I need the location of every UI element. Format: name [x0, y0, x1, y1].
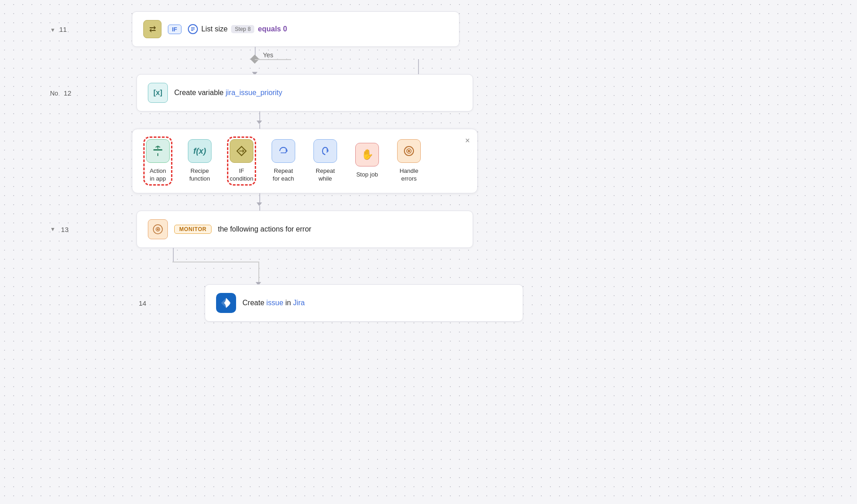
step-11-icon: ⇄: [143, 20, 161, 38]
list-size-icon: [188, 24, 198, 34]
close-toolbar-button[interactable]: ×: [465, 136, 470, 145]
toolbar-repeat-while[interactable]: Repeatwhile: [313, 139, 337, 183]
step-11-details: List size Step 8 equals 0: [188, 24, 287, 34]
recipe-function-icon: f(x): [188, 139, 212, 163]
action-in-app-label: Actionin app: [150, 167, 166, 183]
step-number-11: 11: [59, 25, 67, 33]
branch-h-line: [172, 262, 259, 262]
yes-branch-line: [255, 59, 291, 60]
step-12-card: [x] Create variable jira_issue_priority: [136, 74, 473, 111]
step-14-card: Create issue in Jira: [205, 284, 523, 322]
toolbar-stop-job[interactable]: ✋ Stop job: [355, 143, 379, 179]
step-number-14: 14: [139, 299, 146, 307]
step-number-13: 13: [61, 225, 69, 233]
step-11-condition: equals 0: [258, 25, 287, 33]
if-condition-icon: [230, 139, 253, 163]
svg-rect-4: [153, 149, 162, 151]
step-11-card: ⇄ IF List size Step 8 equals 0: [132, 11, 459, 47]
if-badge: IF: [168, 25, 181, 34]
step-11-list-size: List size: [202, 25, 228, 33]
toolbar-action-in-app[interactable]: Actionin app: [146, 139, 170, 183]
add-step-toolbar: × Actionin app f(x): [132, 129, 478, 193]
repeat-for-each-icon: [272, 139, 295, 163]
step-13-icon: [148, 219, 168, 239]
recipe-function-label: Recipefunction: [189, 167, 210, 183]
repeat-while-icon: [313, 139, 337, 163]
stop-job-icon: ✋: [355, 143, 379, 166]
collapse-arrow-11[interactable]: ▼: [50, 27, 55, 33]
jira-icon: [216, 293, 236, 313]
no-label: No: [50, 90, 58, 97]
monitor-badge: MONITOR: [174, 225, 212, 234]
collapse-arrow-13[interactable]: ▼: [50, 226, 55, 232]
toolbar-if-condition[interactable]: IFcondition: [230, 139, 253, 183]
step-12-text: Create variable jira_issue_priority: [174, 89, 282, 97]
step-number-12: 12: [64, 89, 71, 97]
step-12-icon: [x]: [148, 83, 168, 103]
handle-errors-label: Handleerrors: [399, 167, 418, 183]
arrow-to-13: [257, 202, 262, 206]
toolbar-handle-errors[interactable]: Handleerrors: [397, 139, 421, 183]
step-13-text: the following actions for error: [218, 225, 311, 233]
step-11-step-ref: Step 8: [231, 25, 254, 33]
toolbar-repeat-for-each[interactable]: Repeatfor each: [272, 139, 295, 183]
step-13-card: MONITOR the following actions for error: [136, 211, 473, 248]
arrow-to-toolbar: [257, 121, 262, 124]
action-in-app-icon: [146, 139, 170, 163]
repeat-while-label: Repeatwhile: [316, 167, 335, 183]
step-14-text: Create issue in Jira: [242, 299, 305, 307]
branch-v-right: [258, 262, 259, 284]
if-condition-label: IFcondition: [230, 167, 253, 183]
yes-label: Yes: [263, 51, 273, 59]
handle-errors-icon: [397, 139, 421, 163]
repeat-for-each-label: Repeatfor each: [273, 167, 294, 183]
stop-job-label: Stop job: [356, 171, 378, 179]
toolbar-recipe-function[interactable]: f(x) Recipefunction: [188, 139, 212, 183]
svg-point-18: [157, 228, 159, 230]
